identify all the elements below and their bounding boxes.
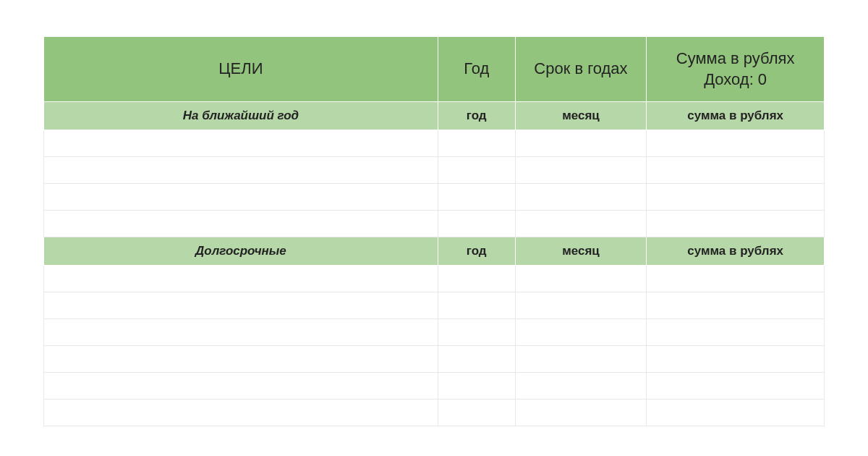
- table-cell[interactable]: [44, 319, 438, 346]
- table-row[interactable]: [44, 400, 825, 426]
- header-sum-line2: Доход: 0: [704, 70, 767, 88]
- table-cell[interactable]: [647, 130, 825, 157]
- table-cell[interactable]: [44, 292, 438, 319]
- table-cell[interactable]: [647, 157, 825, 184]
- table-cell[interactable]: [515, 319, 647, 346]
- table-cell[interactable]: [515, 130, 647, 157]
- table-header-row: ЦЕЛИ Год Срок в годах Сумма в рублях Дох…: [44, 37, 825, 102]
- table-cell[interactable]: [515, 400, 647, 426]
- table-cell[interactable]: [438, 157, 515, 184]
- table-cell[interactable]: [647, 184, 825, 211]
- table-cell[interactable]: [647, 211, 825, 237]
- header-sum: Сумма в рублях Доход: 0: [647, 37, 825, 102]
- header-goals: ЦЕЛИ: [44, 37, 438, 102]
- header-sum-line1: Сумма в рублях: [676, 49, 795, 67]
- table-cell[interactable]: [44, 184, 438, 211]
- table-cell[interactable]: [438, 292, 515, 319]
- table-row[interactable]: [44, 346, 825, 373]
- table-cell[interactable]: [647, 319, 825, 346]
- table-row[interactable]: [44, 266, 825, 292]
- table-cell[interactable]: [647, 373, 825, 400]
- table-cell[interactable]: [515, 346, 647, 373]
- table-cell[interactable]: [438, 400, 515, 426]
- table-cell[interactable]: [44, 266, 438, 292]
- table-row[interactable]: [44, 130, 825, 157]
- section-title: На ближайший год: [44, 102, 438, 130]
- table-cell[interactable]: [438, 184, 515, 211]
- table-row[interactable]: [44, 373, 825, 400]
- table-row[interactable]: [44, 184, 825, 211]
- table-cell[interactable]: [438, 319, 515, 346]
- table-cell[interactable]: [647, 292, 825, 319]
- table-cell[interactable]: [647, 346, 825, 373]
- table-cell[interactable]: [515, 373, 647, 400]
- table-cell[interactable]: [44, 211, 438, 237]
- table-cell[interactable]: [44, 346, 438, 373]
- table-body: На ближайший годгодмесяцсумма в рубляхДо…: [44, 102, 825, 426]
- section-month: месяц: [515, 102, 647, 130]
- table-cell[interactable]: [44, 130, 438, 157]
- table-cell[interactable]: [44, 400, 438, 426]
- table-cell[interactable]: [515, 157, 647, 184]
- table-row[interactable]: [44, 157, 825, 184]
- table-cell[interactable]: [515, 211, 647, 237]
- table-row[interactable]: [44, 211, 825, 237]
- section-header-row: Долгосрочныегодмесяцсумма в рублях: [44, 237, 825, 266]
- section-month: месяц: [515, 237, 647, 266]
- table-cell[interactable]: [438, 130, 515, 157]
- table-cell[interactable]: [438, 211, 515, 237]
- table-cell[interactable]: [44, 373, 438, 400]
- header-term: Срок в годах: [515, 37, 647, 102]
- table-cell[interactable]: [515, 292, 647, 319]
- table-cell[interactable]: [647, 400, 825, 426]
- table-row[interactable]: [44, 319, 825, 346]
- section-sum: сумма в рублях: [647, 102, 825, 130]
- section-title: Долгосрочные: [44, 237, 438, 266]
- section-sum: сумма в рублях: [647, 237, 825, 266]
- goals-table: ЦЕЛИ Год Срок в годах Сумма в рублях Дох…: [43, 36, 825, 426]
- section-year: год: [438, 102, 515, 130]
- table-cell[interactable]: [438, 266, 515, 292]
- section-header-row: На ближайший годгодмесяцсумма в рублях: [44, 102, 825, 130]
- section-year: год: [438, 237, 515, 266]
- table-cell[interactable]: [647, 266, 825, 292]
- table-cell[interactable]: [515, 184, 647, 211]
- table-cell[interactable]: [515, 266, 647, 292]
- table-cell[interactable]: [438, 373, 515, 400]
- header-year: Год: [438, 37, 515, 102]
- table-cell[interactable]: [438, 346, 515, 373]
- table-cell[interactable]: [44, 157, 438, 184]
- table-row[interactable]: [44, 292, 825, 319]
